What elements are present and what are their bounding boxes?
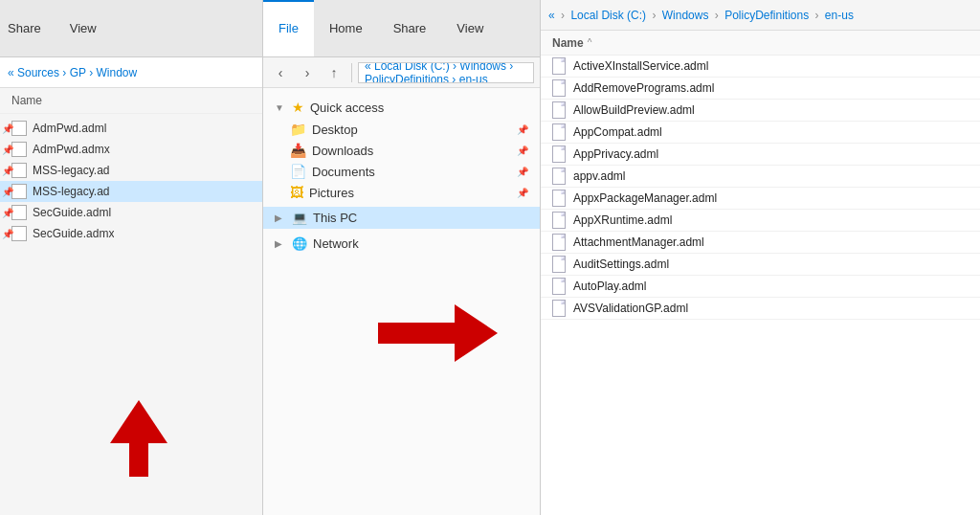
file-name: MSS-legacy.ad bbox=[33, 164, 109, 177]
pin-icon: 📌 bbox=[2, 208, 13, 218]
list-item[interactable]: AutoPlay.adml bbox=[541, 276, 980, 298]
file-icon bbox=[552, 57, 566, 75]
file-name: AppCompat.adml bbox=[573, 125, 662, 139]
file-name: AddRemovePrograms.adml bbox=[573, 81, 714, 95]
list-item[interactable]: ActiveXInstallService.adml bbox=[541, 56, 980, 78]
file-icon bbox=[11, 163, 27, 178]
list-item[interactable]: AppPrivacy.adml bbox=[541, 144, 980, 166]
file-name: MSS-legacy.ad bbox=[33, 185, 109, 198]
list-item[interactable]: AddRemovePrograms.adml bbox=[541, 78, 980, 100]
star-icon: ★ bbox=[292, 100, 304, 115]
list-item[interactable]: 📌 SecGuide.adml bbox=[0, 202, 262, 223]
pin-icon: 📌 bbox=[517, 188, 528, 198]
expand-icon: ▶ bbox=[275, 238, 286, 249]
list-item[interactable]: AttachmentManager.adml bbox=[541, 232, 980, 254]
middle-file-panel: File Home Share View ‹ › ↑ « Local Disk … bbox=[263, 0, 541, 515]
file-icon bbox=[552, 79, 566, 97]
quick-access-header[interactable]: ▼ ★ Quick access bbox=[263, 96, 540, 119]
list-item[interactable]: 📌 AdmPwd.adml bbox=[0, 118, 262, 139]
sidebar-item-desktop[interactable]: 📁 Desktop 📌 bbox=[290, 119, 540, 140]
view-tab-left[interactable]: View bbox=[70, 21, 97, 35]
middle-toolbar: ‹ › ↑ « Local Disk (C:) › Windows › Poli… bbox=[263, 57, 540, 88]
list-item[interactable]: appv.adml bbox=[541, 166, 980, 188]
folder-icon: 🖼 bbox=[290, 185, 303, 200]
this-pc-section: ▶ 💻 This PC bbox=[263, 207, 540, 229]
list-item[interactable]: AppXRuntime.adml bbox=[541, 210, 980, 232]
tab-share[interactable]: Share bbox=[378, 0, 442, 56]
red-arrow-up bbox=[110, 400, 167, 477]
this-pc-label: This PC bbox=[313, 211, 357, 225]
quick-access-section: ▼ ★ Quick access 📁 Desktop 📌 📥 Downloads… bbox=[263, 96, 540, 203]
right-sort-bar: Name ^ bbox=[541, 31, 980, 56]
folder-icon: 📄 bbox=[290, 164, 306, 179]
expand-icon: ▼ bbox=[275, 102, 286, 113]
pin-icon: 📌 bbox=[2, 187, 13, 197]
file-icon bbox=[11, 205, 27, 220]
pin-icon: 📌 bbox=[517, 146, 528, 156]
arrow-body bbox=[378, 323, 455, 344]
folder-icon: 📥 bbox=[290, 143, 306, 158]
file-icon bbox=[552, 278, 566, 295]
file-name: AllowBuildPreview.adml bbox=[573, 103, 695, 117]
list-item[interactable]: 📌 AdmPwd.admx bbox=[0, 139, 262, 160]
file-name: AutoPlay.adml bbox=[573, 280, 646, 293]
file-icon bbox=[552, 123, 566, 141]
sidebar-item-network[interactable]: ▶ 🌐 Network bbox=[263, 233, 540, 255]
list-item[interactable]: AllowBuildPreview.adml bbox=[541, 100, 980, 122]
file-icon bbox=[552, 101, 566, 119]
pin-icon: 📌 bbox=[517, 124, 528, 135]
file-name: SecGuide.admx bbox=[33, 227, 114, 240]
quick-access-label: Quick access bbox=[310, 101, 384, 115]
left-file-list: 📌 AdmPwd.adml 📌 AdmPwd.admx 📌 MSS-legacy… bbox=[0, 114, 262, 248]
left-file-panel: Share View « Sources › GP › Window Name … bbox=[0, 0, 263, 515]
address-path: « Local Disk (C:) › Windows › PolicyDefi… bbox=[365, 62, 527, 83]
list-item[interactable]: AppxPackageManager.adml bbox=[541, 188, 980, 210]
list-item[interactable]: AppCompat.adml bbox=[541, 122, 980, 144]
file-icon bbox=[552, 190, 566, 207]
forward-button[interactable]: › bbox=[296, 61, 319, 84]
file-icon bbox=[552, 234, 566, 251]
desktop-label: Desktop bbox=[312, 123, 358, 137]
file-name: AttachmentManager.adml bbox=[573, 235, 704, 249]
back-button[interactable]: ‹ bbox=[269, 61, 292, 84]
pin-icon: 📌 bbox=[2, 229, 13, 239]
file-name: SecGuide.adml bbox=[33, 206, 111, 219]
share-tab-left[interactable]: Share bbox=[8, 21, 41, 35]
list-item[interactable]: 📌 MSS-legacy.ad bbox=[0, 181, 262, 202]
file-icon bbox=[11, 142, 27, 157]
right-path: « › Local Disk (C:) › Windows › PolicyDe… bbox=[548, 9, 854, 22]
tab-view[interactable]: View bbox=[441, 0, 499, 56]
sidebar-item-downloads[interactable]: 📥 Downloads 📌 bbox=[290, 140, 540, 161]
right-column-header[interactable]: Name bbox=[552, 36, 584, 50]
right-breadcrumb: « › Local Disk (C:) › Windows › PolicyDe… bbox=[541, 0, 980, 31]
documents-label: Documents bbox=[312, 165, 375, 179]
left-column-header: Name bbox=[0, 88, 262, 114]
file-icon bbox=[11, 226, 27, 241]
file-icon bbox=[552, 146, 566, 163]
sidebar-item-this-pc[interactable]: ▶ 💻 This PC bbox=[263, 207, 540, 229]
right-file-panel: « › Local Disk (C:) › Windows › PolicyDe… bbox=[541, 0, 980, 515]
red-arrow-right bbox=[378, 304, 498, 362]
pin-icon: 📌 bbox=[2, 166, 13, 176]
list-item[interactable]: AVSValidationGP.adml bbox=[541, 298, 980, 320]
pin-icon: 📌 bbox=[517, 167, 528, 177]
tab-home[interactable]: Home bbox=[314, 0, 378, 56]
list-item[interactable]: 📌 MSS-legacy.ad bbox=[0, 160, 262, 181]
file-icon bbox=[11, 184, 27, 199]
tab-file[interactable]: File bbox=[263, 0, 314, 56]
file-icon bbox=[552, 212, 566, 229]
file-name: AVSValidationGP.adml bbox=[573, 302, 688, 315]
up-button[interactable]: ↑ bbox=[323, 61, 345, 84]
sidebar-item-documents[interactable]: 📄 Documents 📌 bbox=[290, 161, 540, 182]
list-item[interactable]: 📌 SecGuide.admx bbox=[0, 223, 262, 244]
file-name: AuditSettings.adml bbox=[573, 258, 669, 271]
list-item[interactable]: AuditSettings.adml bbox=[541, 254, 980, 276]
file-name: ActiveXInstallService.adml bbox=[573, 59, 708, 73]
file-icon bbox=[552, 300, 566, 317]
address-bar[interactable]: « Local Disk (C:) › Windows › PolicyDefi… bbox=[358, 62, 534, 83]
file-icon bbox=[552, 168, 566, 185]
network-icon: 🌐 bbox=[292, 236, 307, 251]
sidebar-item-pictures[interactable]: 🖼 Pictures 📌 bbox=[290, 182, 540, 203]
file-icon bbox=[552, 256, 566, 273]
file-name: AppPrivacy.adml bbox=[573, 147, 658, 161]
